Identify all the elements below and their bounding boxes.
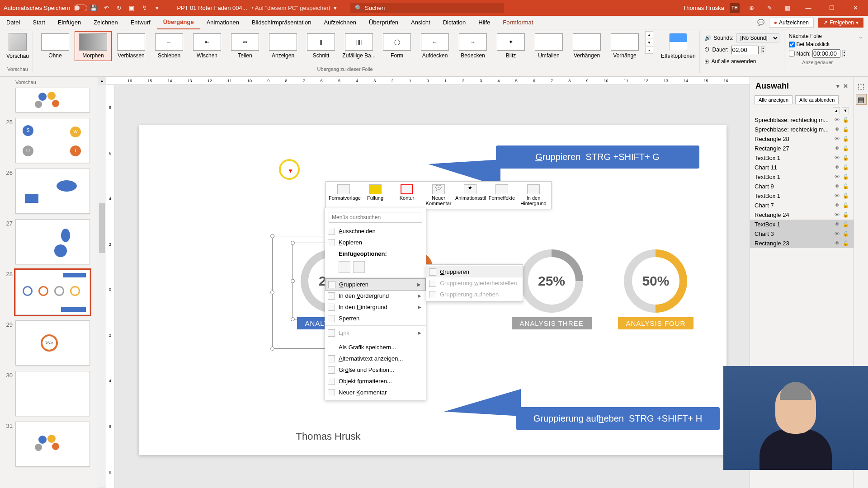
after-input[interactable] [812,49,840,58]
trans-teilen[interactable]: ⇔Teilen [226,31,264,61]
trans-umfallen[interactable]: Umfallen [530,31,567,61]
sp-dropdown-icon[interactable]: ▾ [836,83,840,89]
slide-thumb-24[interactable] [15,88,90,113]
comments-icon[interactable]: 💬 [757,19,764,26]
mtb-fuellung[interactable]: Füllung [360,184,390,206]
record-button[interactable]: ●Aufzeichnen [769,18,814,28]
mtb-kontur[interactable]: Kontur [392,184,422,206]
trans-anzeigen[interactable]: Anzeigen [264,31,302,61]
thumbnails-scrollbar[interactable]: ▲▼ [98,77,106,488]
sp-item[interactable]: Rectangle 28👁🔓 [750,134,854,144]
touch-icon[interactable]: ↯ [140,4,148,12]
trans-blitz[interactable]: ✦Blitz [492,31,529,61]
effect-options[interactable]: Effektoptionen [657,31,700,73]
mtb-animationsstil[interactable]: ★Animationsstil [455,184,485,206]
cm-formatieren[interactable]: Objekt formatieren... [325,375,426,387]
sp-item[interactable]: TextBox 1👁🔓 [750,172,854,182]
tab-dictation[interactable]: Dictation [437,16,472,29]
cm-gruppieren[interactable]: Gruppieren▶ [325,278,426,291]
tab-formformat[interactable]: Formformat [496,16,539,29]
present-icon[interactable]: ▣ [127,4,136,12]
sp-item[interactable]: Sprechblase: rechteckig m...👁🔓 [750,125,854,134]
tab-datei[interactable]: Datei [0,16,26,29]
tab-start[interactable]: Start [26,16,51,29]
tab-ansicht[interactable]: Ansicht [405,16,437,29]
trans-aufdecken[interactable]: ←Aufdecken [416,31,453,61]
slide-thumb-30[interactable] [15,371,90,416]
slide-thumb-31[interactable] [15,422,90,467]
sp-item[interactable]: Rectangle 23👁🔓 [750,239,854,248]
sp-down[interactable]: ▼ [842,107,849,114]
callout-group[interactable]: Gruppieren STRG +SHIFT+ G [496,145,699,169]
trans-morphen[interactable]: Morphen [75,31,112,61]
sp-hide-all[interactable]: Alle ausblenden [795,95,839,104]
donut-4[interactable]: 50% ANALYSIS FOUR [618,249,694,329]
qat-more-icon[interactable]: ▾ [153,4,161,12]
mtb-kommentar[interactable]: 💬Neuer Kommentar [424,184,453,206]
context-menu-search[interactable] [329,212,422,223]
sp-item[interactable]: Chart 7👁🔓 [750,201,854,210]
duration-input[interactable] [731,46,759,54]
redo-icon[interactable]: ↻ [115,4,123,12]
rail-item-1[interactable]: ⬚ [856,80,867,91]
tab-zeichnen[interactable]: Zeichnen [87,16,124,29]
tb-icon-3[interactable]: ▦ [783,4,792,12]
apply-all-button[interactable]: ⊞Auf alle anwenden [704,56,779,66]
ribbon-collapse[interactable]: ⌄ [856,31,865,42]
sp-item[interactable]: Sprechblase: rechteckig m...👁🔓 [750,115,854,125]
paste-opt-1[interactable] [339,261,350,273]
slide-thumb-29[interactable]: 75% [15,320,90,366]
trans-bedecken[interactable]: →Bedecken [454,31,491,61]
tab-animationen[interactable]: Animationen [200,16,245,29]
cm-groesse[interactable]: Größe und Position... [325,364,426,375]
trans-form[interactable]: ◯Form [378,31,415,61]
gallery-scroll[interactable]: ▲▼▾ [645,31,653,61]
slide-thumb-25[interactable]: S W O T [15,118,90,163]
close-button[interactable]: ✕ [846,0,864,16]
trans-verhaengen[interactable]: Verhängen [568,31,605,61]
sp-item[interactable]: Rectangle 24👁🔓 [750,210,854,220]
tab-einfuegen[interactable]: Einfügen [52,16,87,29]
callout-ungroup[interactable]: Gruppierung aufheben STRG +SHIFT+ H [516,407,720,430]
preview-button[interactable]: Vorschau [6,31,29,59]
trans-zufaellig[interactable]: ||||Zufällige Ba... [340,31,377,61]
save-icon[interactable]: 💾 [90,4,98,12]
user-name[interactable]: Thomas Hruska [683,5,724,11]
maximize-button[interactable]: ☐ [823,0,841,16]
sp-item[interactable]: TextBox 1👁🔓 [750,153,854,163]
sp-item[interactable]: TextBox 1👁🔓 [750,191,854,201]
tb-icon-1[interactable]: ⊕ [747,4,755,12]
sp-close-icon[interactable]: ✕ [843,83,848,89]
on-click-checkbox[interactable]: Bei Mausklick [789,41,846,47]
sp-item[interactable]: Chart 9👁🔓 [750,182,854,191]
cm-ausschneiden[interactable]: Ausschneiden [325,225,426,237]
tab-uebergaenge[interactable]: Übergänge [157,16,200,29]
user-badge[interactable]: TH [730,3,740,13]
minimize-button[interactable]: — [799,0,817,16]
cm-neuer-kommentar[interactable]: Neuer Kommentar [325,387,426,398]
tab-ueberpruefen[interactable]: Überprüfen [363,16,405,29]
cm-alternativtext[interactable]: Alternativtext anzeigen... [325,353,426,364]
tb-icon-2[interactable]: ✎ [765,4,774,12]
cm-vordergrund[interactable]: In den Vordergrund▶ [325,290,426,301]
sp-item[interactable]: Chart 11👁🔓 [750,163,854,172]
cm-kopieren[interactable]: Kopieren [325,237,426,248]
mtb-formeffekte[interactable]: Formeffekte [487,184,517,206]
sp-item[interactable]: Rectangle 27👁🔓 [750,144,854,153]
tab-entwurf[interactable]: Entwurf [124,16,157,29]
share-button[interactable]: ↗Freigeben▾ [818,18,863,28]
cm-grafik-speichern[interactable]: Als Grafik speichern... [325,342,426,353]
slide-thumb-27[interactable] [15,219,90,264]
trans-verblassen[interactable]: Verblassen [113,31,150,61]
sp-item[interactable]: TextBox 1👁🔓 [750,220,854,229]
slide-thumb-26[interactable] [15,169,90,214]
slide-thumb-28[interactable] [15,270,90,315]
autosave-toggle[interactable]: Automatisches Speichern [4,5,87,11]
trans-vorhaenge[interactable]: Vorhänge [606,31,643,61]
mtb-formatvorlage[interactable]: Formatvorlage [329,184,359,206]
document-title[interactable]: PPT 01 Roter Faden 004... • Auf "diesem … [177,5,337,11]
tab-bildschirmpraesentation[interactable]: Bildschirmpräsentation [245,16,318,29]
cm-hintergrund[interactable]: In den Hintergrund▶ [325,301,426,313]
rail-item-2[interactable]: ▤ [856,94,867,105]
trans-schnitt[interactable]: ||Schnitt [302,31,340,61]
